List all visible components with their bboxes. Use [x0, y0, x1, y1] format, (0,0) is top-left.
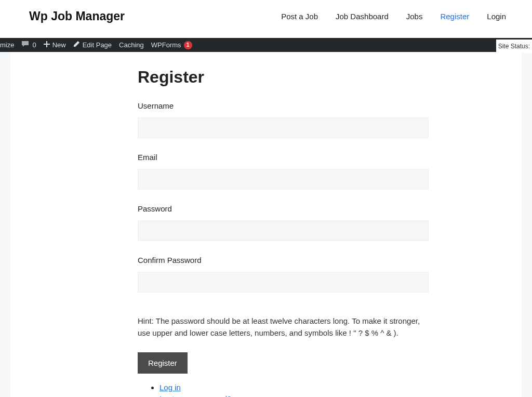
main-nav: Post a Job Job Dashboard Jobs Register L… [281, 12, 506, 21]
input-email[interactable] [138, 169, 429, 190]
site-title[interactable]: Wp Job Manager [29, 9, 125, 23]
field-password: Password [138, 204, 429, 241]
admin-wpforms[interactable]: WPForms 1 [151, 41, 192, 49]
input-password[interactable] [138, 220, 429, 241]
nav-post-a-job[interactable]: Post a Job [281, 12, 318, 21]
plus-icon [44, 41, 50, 49]
comment-icon [21, 41, 30, 49]
admin-edit-page-label: Edit Page [83, 41, 112, 49]
input-username[interactable] [138, 117, 429, 138]
label-confirm-password: Confirm Password [138, 256, 429, 264]
label-password: Password [138, 204, 429, 213]
admin-new-label: New [52, 41, 66, 49]
field-confirm-password: Confirm Password [138, 256, 429, 293]
label-username: Username [138, 101, 429, 110]
list-item: Lost your password? [159, 394, 429, 397]
link-lost-password[interactable]: Lost your password? [159, 394, 231, 397]
label-email: Email [138, 153, 429, 162]
admin-wpforms-badge: 1 [184, 41, 192, 49]
admin-edit-page[interactable]: Edit Page [73, 41, 112, 49]
link-log-in[interactable]: Log in [159, 383, 181, 392]
admin-new[interactable]: New [44, 41, 66, 49]
admin-comments[interactable]: 0 [21, 41, 36, 49]
site-header: Wp Job Manager Post a Job Job Dashboard … [0, 0, 532, 38]
field-email: Email [138, 153, 429, 190]
nav-register[interactable]: Register [440, 12, 469, 21]
site-status-label: Site Status: [496, 39, 532, 53]
list-item: Log in [159, 383, 429, 392]
admin-customize-fragment[interactable]: mize [0, 41, 14, 49]
admin-comments-count: 0 [32, 41, 36, 49]
nav-login[interactable]: Login [487, 12, 506, 21]
nav-jobs[interactable]: Jobs [406, 12, 423, 21]
auth-links-list: Log in Lost your password? [138, 383, 429, 397]
nav-job-dashboard[interactable]: Job Dashboard [336, 12, 389, 21]
page-body: Register Username Email Password Confirm… [0, 52, 532, 397]
register-form: Register Username Email Password Confirm… [138, 68, 429, 397]
register-button[interactable]: Register [138, 352, 188, 374]
pencil-icon [73, 41, 80, 49]
wp-admin-bar: mize 0 New Edit Page Caching WPForms 1 [0, 38, 532, 52]
input-confirm-password[interactable] [138, 272, 429, 293]
password-hint: Hint: The password should be at least tw… [138, 315, 429, 339]
content-card: Register Username Email Password Confirm… [10, 52, 522, 397]
field-username: Username [138, 101, 429, 138]
admin-caching[interactable]: Caching [119, 41, 144, 49]
page-title: Register [138, 68, 429, 87]
admin-wpforms-label: WPForms [151, 41, 181, 49]
